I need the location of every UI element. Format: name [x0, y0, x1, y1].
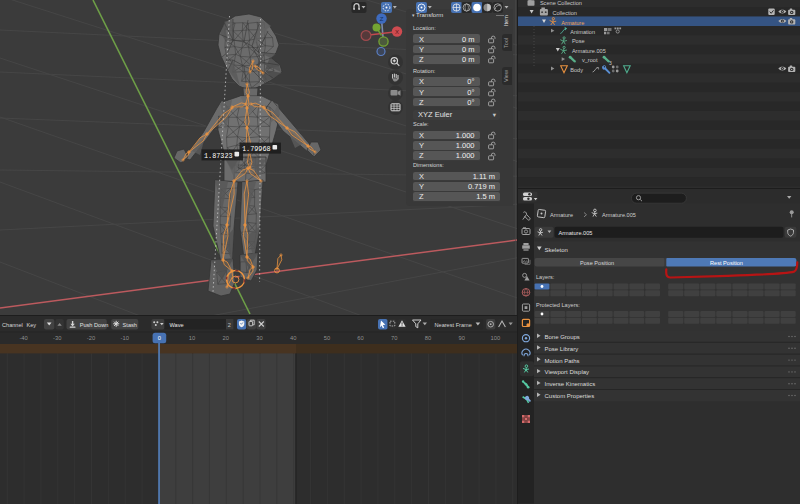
- svg-text:Bone Groups: Bone Groups: [545, 334, 580, 340]
- svg-text:100: 100: [491, 335, 501, 341]
- svg-text:Armature.005: Armature.005: [572, 48, 606, 54]
- svg-text:70: 70: [391, 335, 397, 341]
- svg-text:Collection: Collection: [552, 10, 577, 16]
- svg-text:40: 40: [290, 335, 296, 341]
- svg-text:Push Down: Push Down: [80, 322, 109, 328]
- svg-text:Armature.005: Armature.005: [602, 212, 636, 218]
- svg-text:Pose Library: Pose Library: [545, 346, 579, 352]
- svg-text:10: 10: [189, 335, 195, 341]
- svg-text:Skeleton: Skeleton: [545, 247, 568, 253]
- svg-text:Body: Body: [570, 67, 583, 73]
- svg-text:Inverse Kinematics: Inverse Kinematics: [545, 381, 596, 387]
- svg-text:3: 3: [609, 60, 612, 66]
- svg-text:50: 50: [324, 335, 330, 341]
- svg-text:80: 80: [425, 335, 431, 341]
- svg-text:Wave: Wave: [170, 322, 184, 328]
- svg-text:Z: Z: [380, 16, 384, 22]
- svg-text:1.79968: 1.79968: [242, 145, 271, 153]
- svg-text:-40: -40: [19, 335, 27, 341]
- svg-text:Armature: Armature: [550, 212, 573, 218]
- svg-text:-20: -20: [87, 335, 95, 341]
- svg-text:Stash: Stash: [123, 322, 137, 328]
- svg-text:Armature.005: Armature.005: [559, 230, 593, 236]
- svg-text:1.87323: 1.87323: [204, 152, 233, 160]
- svg-text:30: 30: [256, 335, 262, 341]
- svg-text:Motion Paths: Motion Paths: [545, 358, 580, 364]
- svg-text:0: 0: [158, 335, 161, 341]
- svg-text:Protected Layers:: Protected Layers:: [536, 302, 580, 308]
- svg-text:Channel: Channel: [2, 322, 23, 328]
- svg-text:-30: -30: [53, 335, 61, 341]
- svg-text:60: 60: [357, 335, 363, 341]
- svg-text:Scene Collection: Scene Collection: [540, 0, 582, 6]
- svg-text:X: X: [395, 29, 399, 35]
- svg-text:-10: -10: [121, 335, 129, 341]
- svg-text:2: 2: [228, 322, 231, 328]
- svg-text:Key: Key: [27, 322, 37, 328]
- svg-text:Rest Position: Rest Position: [710, 260, 743, 266]
- svg-text:90: 90: [458, 335, 464, 341]
- svg-text:v_root: v_root: [582, 57, 598, 63]
- svg-text:Pose Position: Pose Position: [580, 260, 614, 266]
- svg-text:Layers:: Layers:: [536, 274, 555, 280]
- svg-text:Pose: Pose: [572, 38, 585, 44]
- svg-text:Armature: Armature: [561, 20, 584, 26]
- svg-text:Custom Properties: Custom Properties: [545, 393, 595, 399]
- svg-text:Viewport Display: Viewport Display: [545, 369, 590, 375]
- svg-text:Animation: Animation: [570, 29, 595, 35]
- svg-text:20: 20: [223, 335, 229, 341]
- svg-text:Nearest Frame: Nearest Frame: [435, 322, 472, 328]
